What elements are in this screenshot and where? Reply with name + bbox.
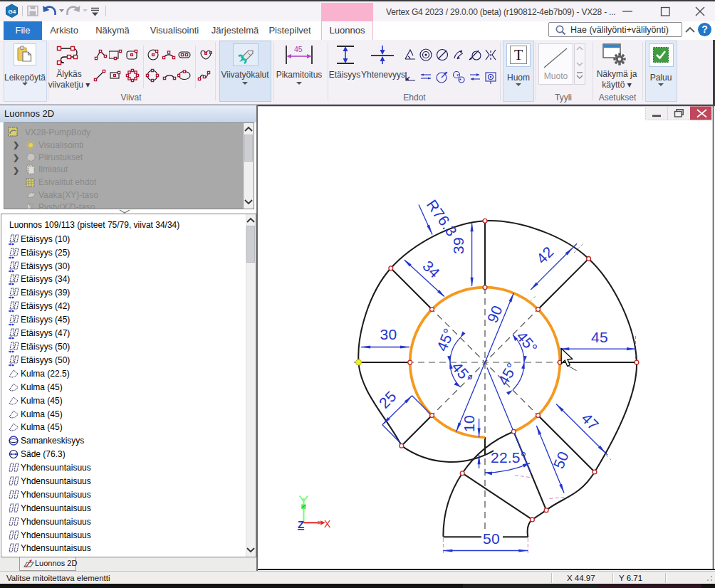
svg-text:50: 50: [483, 530, 500, 547]
svg-text:30: 30: [380, 326, 397, 342]
svg-text:G4: G4: [9, 9, 16, 15]
svg-text:45: 45: [294, 45, 303, 53]
svg-text:22.5°: 22.5°: [491, 449, 526, 466]
svg-text:45: 45: [591, 329, 608, 345]
svg-text:X: X: [324, 518, 331, 530]
svg-text:10: 10: [461, 415, 477, 432]
svg-text:39: 39: [450, 237, 466, 254]
svg-text:Z: Z: [298, 518, 304, 530]
